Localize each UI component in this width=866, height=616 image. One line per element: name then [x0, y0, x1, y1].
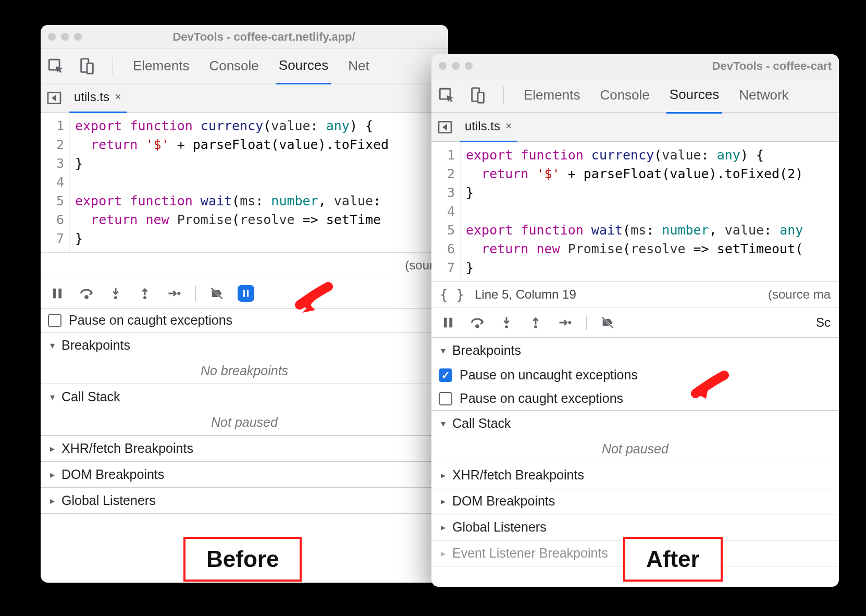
section-callstack: ▾ Call Stack Not paused: [431, 411, 839, 462]
red-arrow-annotation: [688, 370, 729, 406]
zoom-dot[interactable]: [465, 62, 473, 70]
sourcemap-indicator: (source ma: [768, 287, 831, 302]
devtools-window-after: DevTools - coffee-cart Elements Console …: [431, 54, 839, 587]
section-header[interactable]: ▸ Global Listeners: [431, 514, 839, 540]
tab-network[interactable]: Network: [736, 78, 791, 113]
code-editor[interactable]: 1234567 export function currency(value: …: [41, 113, 448, 252]
file-tab-utils[interactable]: utils.ts ×: [460, 112, 517, 142]
svg-point-17: [505, 325, 508, 328]
svg-rect-5: [58, 288, 61, 298]
tab-console[interactable]: Console: [206, 48, 262, 83]
titlebar: DevTools - coffee-cart: [431, 54, 839, 78]
step-out-icon[interactable]: [527, 314, 544, 331]
code-content: export function currency(value: any) { r…: [70, 113, 448, 252]
step-icon[interactable]: [166, 285, 182, 302]
pause-exceptions-icon[interactable]: [238, 285, 254, 302]
step-over-icon[interactable]: [78, 285, 95, 302]
pause-caught-row: Pause on caught exceptions: [41, 309, 448, 332]
device-icon[interactable]: [78, 57, 96, 75]
triangle-down-icon: ▾: [48, 391, 56, 403]
close-dot[interactable]: [439, 62, 447, 70]
step-icon[interactable]: [556, 314, 573, 331]
pause-icon[interactable]: [440, 314, 456, 331]
step-into-icon[interactable]: [107, 285, 124, 302]
svg-rect-12: [478, 92, 484, 103]
svg-point-7: [114, 296, 117, 299]
tab-sources[interactable]: Sources: [276, 48, 331, 84]
triangle-down-icon: ▾: [439, 418, 447, 429]
section-header[interactable]: ▸ Global Listeners: [41, 488, 448, 513]
close-icon[interactable]: ×: [505, 119, 512, 133]
tab-elements[interactable]: Elements: [130, 48, 192, 83]
section-dom: ▸ DOM Breakpoints: [431, 488, 839, 514]
close-dot[interactable]: [48, 33, 56, 41]
line-gutter: 1234567: [41, 113, 70, 252]
section-callstack: ▾ Call Stack Not paused: [41, 384, 448, 436]
device-icon[interactable]: [469, 87, 487, 104]
pause-caught-checkbox[interactable]: [439, 392, 452, 405]
section-header[interactable]: ▾ Breakpoints: [41, 332, 448, 358]
debugger-toolbar: [41, 278, 448, 309]
divider: [195, 286, 196, 301]
step-into-icon[interactable]: [498, 314, 515, 331]
pretty-print-icon[interactable]: { }: [440, 287, 464, 302]
section-breakpoints: ▾ Breakpoints Pause on uncaught exceptio…: [431, 338, 839, 411]
file-tab-label: utils.ts: [465, 119, 500, 133]
step-over-icon[interactable]: [469, 314, 486, 331]
deactivate-breakpoints-icon[interactable]: [208, 285, 225, 302]
tab-console[interactable]: Console: [597, 78, 652, 113]
not-paused-text: Not paused: [431, 436, 839, 462]
triangle-right-icon: ▸: [48, 495, 56, 507]
triangle-right-icon: ▸: [439, 496, 447, 507]
pause-caught-checkbox[interactable]: [48, 314, 61, 327]
divider: [586, 315, 587, 330]
section-global: ▸ Global Listeners: [41, 488, 448, 514]
section-header[interactable]: ▸ XHR/fetch Breakpoints: [41, 436, 448, 461]
triangle-right-icon: ▸: [48, 469, 56, 481]
divider: [503, 87, 504, 104]
pause-icon[interactable]: [49, 285, 66, 302]
file-tab-utils[interactable]: utils.ts ×: [69, 82, 127, 113]
inspect-icon[interactable]: [47, 57, 65, 75]
file-tabstrip: utils.ts ×: [431, 113, 839, 142]
section-header[interactable]: ▾ Call Stack: [41, 384, 448, 410]
section-header[interactable]: ▸ DOM Breakpoints: [41, 462, 448, 487]
close-icon[interactable]: ×: [115, 90, 121, 104]
triangle-right-icon: ▸: [48, 443, 56, 454]
section-header[interactable]: ▸ DOM Breakpoints: [431, 488, 839, 514]
minimize-dot[interactable]: [452, 62, 460, 70]
red-arrow-annotation: [292, 281, 333, 318]
editor-statusbar: (sourc: [41, 252, 448, 278]
tab-network[interactable]: Net: [345, 48, 372, 83]
svg-point-8: [143, 296, 146, 299]
inspect-icon[interactable]: [438, 87, 455, 104]
svg-rect-2: [87, 63, 93, 73]
pause-uncaught-label: Pause on uncaught exceptions: [460, 367, 638, 383]
pause-uncaught-checkbox[interactable]: [439, 368, 452, 382]
devtools-window-before: DevTools - coffee-cart.netlify.app/ Elem…: [41, 25, 448, 583]
navigator-icon[interactable]: [46, 90, 63, 106]
triangle-down-icon: ▾: [48, 340, 56, 351]
before-label: Before: [183, 537, 302, 582]
section-xhr: ▸ XHR/fetch Breakpoints: [431, 462, 839, 488]
step-out-icon[interactable]: [137, 285, 153, 302]
triangle-right-icon: ▸: [439, 548, 447, 559]
navigator-icon[interactable]: [437, 119, 453, 135]
svg-point-9: [177, 292, 180, 295]
window-title: DevTools - coffee-cart: [478, 59, 832, 73]
traffic-lights: [439, 62, 473, 70]
deactivate-breakpoints-icon[interactable]: [599, 314, 616, 331]
titlebar: DevTools - coffee-cart.netlify.app/: [41, 25, 448, 49]
code-editor[interactable]: 1234567 export function currency(value: …: [431, 142, 839, 281]
tab-sources[interactable]: Sources: [666, 77, 722, 114]
zoom-dot[interactable]: [74, 33, 82, 41]
section-header[interactable]: ▾ Call Stack: [431, 411, 839, 436]
section-header[interactable]: ▾ Breakpoints: [431, 338, 839, 363]
section-header[interactable]: ▸ XHR/fetch Breakpoints: [431, 462, 839, 488]
scope-tab[interactable]: Sc: [816, 315, 831, 330]
minimize-dot[interactable]: [61, 33, 69, 41]
svg-point-6: [85, 295, 88, 298]
triangle-down-icon: ▾: [439, 345, 447, 356]
tab-elements[interactable]: Elements: [521, 78, 583, 113]
pause-caught-label: Pause on caught exceptions: [69, 313, 232, 328]
